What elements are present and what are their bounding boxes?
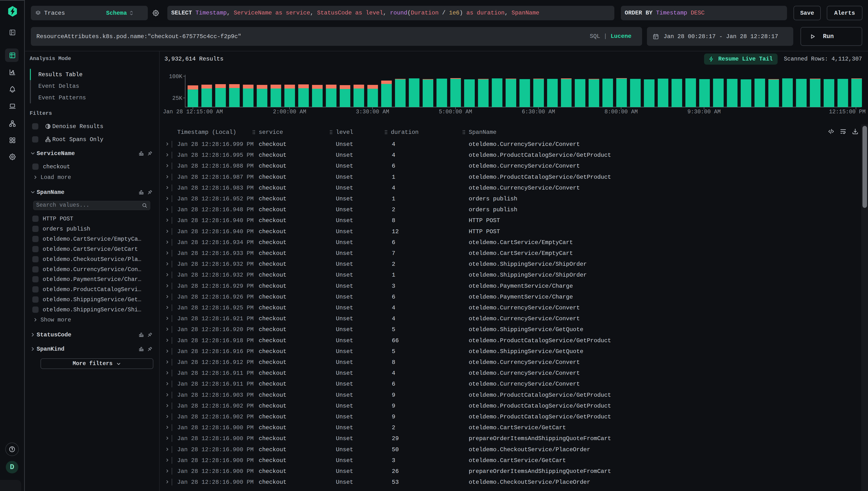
svg-text:25K: 25K <box>172 95 182 102</box>
svg-text:100K: 100K <box>169 74 182 80</box>
svg-text:5:00:00 AM: 5:00:00 AM <box>439 109 472 115</box>
svg-text:Jan 28 12:15:00 AM: Jan 28 12:15:00 AM <box>163 109 223 115</box>
svg-text:6:30:00 AM: 6:30:00 AM <box>522 109 555 115</box>
svg-text:2:00:00 AM: 2:00:00 AM <box>273 109 306 115</box>
svg-text:12:15:00 PM: 12:15:00 PM <box>829 109 866 115</box>
svg-text:8:00:00 AM: 8:00:00 AM <box>604 109 638 115</box>
svg-text:3:30:00 AM: 3:30:00 AM <box>356 109 389 115</box>
svg-text:9:30:00 AM: 9:30:00 AM <box>687 109 721 115</box>
